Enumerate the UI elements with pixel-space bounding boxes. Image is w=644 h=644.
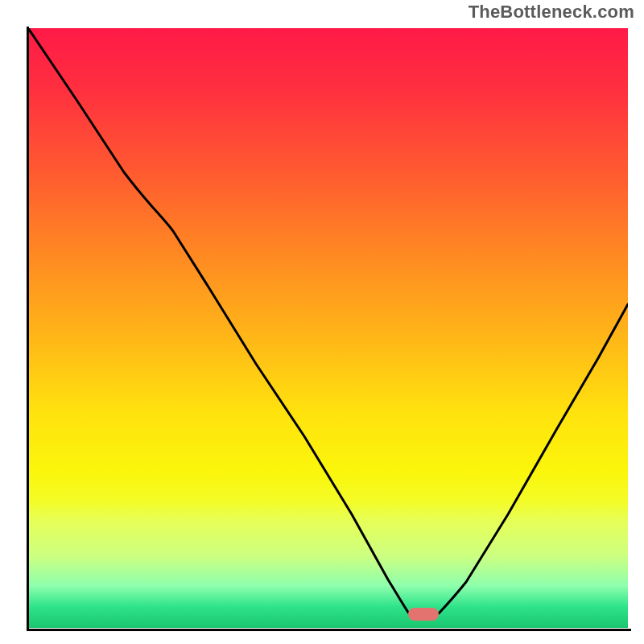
y-axis-line — [27, 27, 29, 631]
bottleneck-curve — [28, 28, 628, 613]
optimal-marker — [408, 608, 439, 621]
x-axis-line — [27, 629, 631, 631]
plot-area — [28, 28, 628, 628]
curve-svg — [28, 28, 628, 628]
chart-root: TheBottleneck.com — [0, 0, 644, 644]
watermark-text: TheBottleneck.com — [469, 2, 634, 23]
